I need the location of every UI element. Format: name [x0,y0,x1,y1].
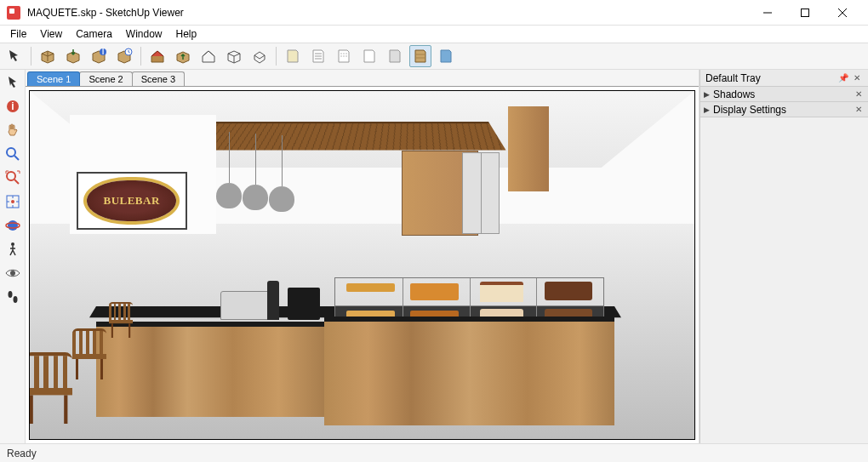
svg-point-11 [7,172,15,180]
scene-grinder [267,281,279,320]
side-toolbar: i [0,70,26,443]
eye-icon[interactable] [2,262,24,284]
tray-panel-display-settings[interactable]: ▶ Display Settings ✕ [700,102,868,117]
tray-titlebar[interactable]: Default Tray 📌 ✕ [700,70,868,87]
svg-point-17 [11,242,14,246]
page-mono-icon[interactable] [384,45,406,67]
scene-seating [30,277,136,422]
page-shaded-icon[interactable] [282,45,304,67]
menu-view[interactable]: View [33,26,69,42]
home-iso-icon[interactable] [248,45,271,67]
scene-tabs: Scene 1 Scene 2 Scene 3 [26,70,699,87]
statusbar: Ready [0,443,868,462]
scene-logo-sign: BULEBAR [77,172,187,230]
scene-pendant-light [243,185,268,210]
page-texture-icon[interactable] [409,45,431,67]
svg-point-14 [11,200,14,203]
scene-chimney [508,106,549,191]
svg-line-10 [14,156,19,160]
close-button[interactable] [824,1,861,25]
box-open-icon[interactable] [37,45,59,67]
scene-fridge [462,152,500,234]
scene-tab-2[interactable]: Scene 2 [79,71,132,86]
menu-camera[interactable]: Camera [69,26,119,42]
scene-tab-1[interactable]: Scene 1 [27,71,80,86]
tray-panel-shadows[interactable]: ▶ Shadows ✕ [700,87,868,102]
panel-close-icon[interactable]: ✕ [853,88,865,100]
scene-ceiling-beams [179,122,506,150]
window-controls [749,1,861,25]
svg-rect-1 [802,9,809,16]
model-scene: BULEBAR [30,91,694,439]
expand-arrow-icon: ▶ [704,106,710,114]
svg-point-19 [8,291,12,298]
box-outline-icon[interactable] [223,45,245,67]
tray-panel-label: Shadows [713,88,755,100]
select-icon[interactable] [3,45,26,67]
scene-pendant-light [216,183,242,208]
menu-window[interactable]: Window [119,26,169,42]
app-icon [7,6,20,20]
svg-point-15 [8,220,18,231]
tray-pin-icon[interactable]: 📌 [837,72,849,84]
home-solid-icon[interactable] [146,45,168,67]
center-column: Scene 1 Scene 2 Scene 3 BULEBAR [26,70,700,443]
orbit-icon[interactable] [2,214,24,237]
scene-tab-3[interactable]: Scene 3 [132,71,185,86]
hand-icon[interactable] [2,119,24,141]
scene-logo-text: BULEBAR [103,194,159,208]
toolbar-separator [276,47,277,66]
menu-file[interactable]: File [3,26,33,42]
menubar: File View Camera Window Help [0,26,868,43]
svg-point-20 [13,296,17,303]
lookat-icon[interactable] [2,191,24,213]
tray-panel-label: Display Settings [713,104,786,116]
expand-arrow-icon: ▶ [704,90,710,99]
scene-pos-monitor [288,288,320,320]
svg-point-18 [10,271,15,276]
status-text: Ready [7,448,37,459]
viewport[interactable]: BULEBAR [26,87,699,443]
walk-icon[interactable] [2,238,24,260]
tray-title-text: Default Tray [705,72,761,84]
panel-close-icon[interactable]: ✕ [853,104,865,116]
menu-help[interactable]: Help [169,26,204,42]
box-info-icon[interactable]: i [88,45,110,67]
svg-text:i: i [102,48,105,57]
main-toolbar: i [0,43,868,70]
page-xray-icon[interactable] [435,45,457,67]
scene-logo-badge: BULEBAR [87,180,176,221]
box-download-icon[interactable] [62,45,84,67]
scene-espresso-machine [220,291,271,320]
tray-close-icon[interactable]: ✕ [851,72,863,84]
svg-point-9 [7,148,15,157]
magnify-icon[interactable] [2,143,24,165]
main-area: i Scene 1 Scene 2 Scene 3 [0,70,868,443]
info-icon[interactable]: i [2,95,24,117]
svg-text:i: i [11,100,14,112]
page-hidden-icon[interactable] [333,45,355,67]
box-up-icon[interactable] [172,45,194,67]
pointer-icon[interactable] [2,71,24,94]
window-title: MAQUETE.skp - SketchUp Viewer [27,7,184,19]
svg-line-12 [14,180,19,184]
footsteps-icon[interactable] [2,286,24,308]
toolbar-separator [31,47,31,66]
titlebar: MAQUETE.skp - SketchUp Viewer [0,0,868,26]
zoom-extents-icon[interactable] [2,167,24,189]
box-clock-icon[interactable] [113,45,135,67]
minimize-button[interactable] [749,1,786,25]
viewport-canvas[interactable]: BULEBAR [29,90,695,440]
toolbar-separator [140,47,141,66]
page-blank-icon[interactable] [358,45,380,67]
page-wire-icon[interactable] [307,45,329,67]
scene-counter-front [324,317,614,425]
scene-pendant-light [269,186,294,212]
default-tray: Default Tray 📌 ✕ ▶ Shadows ✕ ▶ Display S… [700,70,868,443]
maximize-button[interactable] [786,1,824,25]
scene-counter [96,254,614,424]
home-outline-icon[interactable] [197,45,220,67]
